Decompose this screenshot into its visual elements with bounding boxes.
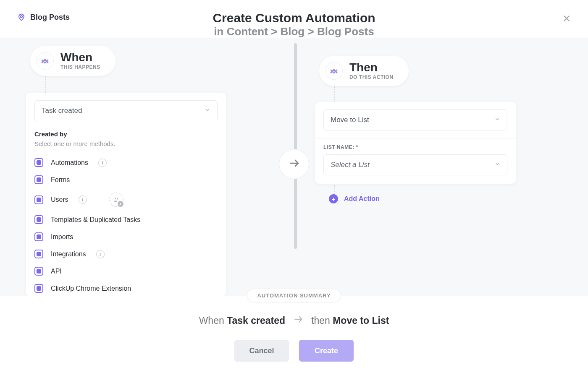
method-checkbox[interactable]	[34, 232, 43, 241]
method-checkbox[interactable]	[34, 215, 43, 224]
arrow-right-icon	[293, 314, 304, 327]
arrow-right-icon	[288, 157, 300, 171]
clickup-logo-icon	[325, 62, 343, 80]
divider	[99, 195, 99, 204]
action-select[interactable]: Move to List	[323, 109, 507, 130]
method-row: Templates & Duplicated Tasks	[34, 211, 218, 228]
then-connector	[334, 86, 335, 103]
close-icon	[562, 14, 571, 24]
info-icon[interactable]: i	[79, 195, 87, 204]
created-by-label: Created by	[34, 130, 218, 138]
flow-arrow	[279, 149, 309, 179]
clickup-logo-icon	[36, 52, 54, 70]
create-button[interactable]: Create	[299, 340, 354, 362]
method-checkbox[interactable]	[34, 250, 43, 258]
method-checkbox[interactable]	[34, 284, 43, 293]
method-label: Users	[51, 196, 68, 203]
method-row: Automationsi	[34, 154, 218, 171]
chevron-down-icon	[494, 116, 500, 124]
add-action-button[interactable]: + Add Action	[329, 194, 380, 203]
chevron-down-icon	[205, 107, 210, 115]
add-people-icon[interactable]: +	[109, 193, 123, 207]
footer: AUTOMATION SUMMARY When Task created the…	[0, 296, 588, 383]
svg-point-0	[21, 16, 23, 18]
action-select-value: Move to List	[331, 116, 369, 124]
page-title: Create Custom Automation	[0, 11, 588, 25]
list-select[interactable]: Select a List	[323, 154, 507, 175]
breadcrumb[interactable]: Blog Posts	[17, 13, 70, 22]
then-connector-2	[334, 185, 335, 195]
method-row: API	[34, 263, 218, 280]
list-select-placeholder: Select a List	[331, 161, 370, 169]
location-pin-icon	[17, 13, 26, 22]
page-path: in Content > Blog > Blog Posts	[0, 25, 588, 38]
when-pill-title: When	[60, 52, 100, 63]
list-name-label: LIST NAME: *	[323, 144, 507, 150]
info-icon[interactable]: i	[98, 159, 107, 167]
method-row: ClickUp Chrome Extension	[34, 280, 218, 297]
method-label: Automations	[51, 159, 88, 167]
then-card: Move to List LIST NAME: * Select a List	[315, 102, 516, 184]
method-label: ClickUp Chrome Extension	[51, 285, 131, 292]
when-card: Task created Created by Select one or mo…	[26, 93, 226, 297]
summary-line: When Task created then Move to List	[0, 314, 588, 327]
svg-point-4	[115, 198, 116, 199]
then-pill: Then DO THIS ACTION	[319, 56, 409, 86]
when-connector	[45, 76, 46, 93]
method-label: Imports	[51, 233, 73, 241]
method-label: API	[51, 268, 62, 275]
breadcrumb-label: Blog Posts	[30, 13, 70, 22]
method-label: Integrations	[51, 250, 86, 258]
trigger-select[interactable]: Task created	[34, 100, 218, 121]
when-pill: When THIS HAPPENS	[30, 46, 116, 76]
chevron-down-icon	[494, 161, 500, 169]
when-pill-sub: THIS HAPPENS	[60, 64, 100, 70]
cancel-button[interactable]: Cancel	[234, 340, 289, 362]
method-checkbox[interactable]	[34, 195, 43, 204]
svg-point-5	[117, 198, 118, 199]
method-checkbox[interactable]	[34, 175, 43, 184]
method-row: Integrationsi	[34, 245, 218, 263]
close-button[interactable]	[559, 12, 574, 26]
then-pill-title: Then	[349, 62, 394, 73]
plus-circle-icon: +	[329, 194, 338, 203]
method-row: Imports	[34, 228, 218, 245]
trigger-select-value: Task created	[42, 107, 82, 115]
center-divider	[294, 43, 297, 249]
method-row: Forms	[34, 171, 218, 188]
method-checkbox[interactable]	[34, 267, 43, 276]
add-action-label: Add Action	[344, 195, 380, 203]
info-icon[interactable]: i	[96, 250, 105, 258]
workspace: When THIS HAPPENS Then DO THIS ACTION Ta…	[0, 38, 588, 296]
summary-pill: AUTOMATION SUMMARY	[247, 289, 341, 302]
method-label: Templates & Duplicated Tasks	[51, 216, 140, 224]
method-row: Usersi+	[34, 188, 218, 211]
method-list: AutomationsiFormsUsersi+Templates & Dupl…	[34, 154, 218, 297]
method-label: Forms	[51, 176, 70, 184]
header: Blog Posts Create Custom Automation in C…	[0, 0, 588, 38]
created-by-sub: Select one or more methods.	[34, 140, 218, 147]
then-pill-sub: DO THIS ACTION	[349, 74, 394, 80]
method-checkbox[interactable]	[34, 158, 43, 167]
